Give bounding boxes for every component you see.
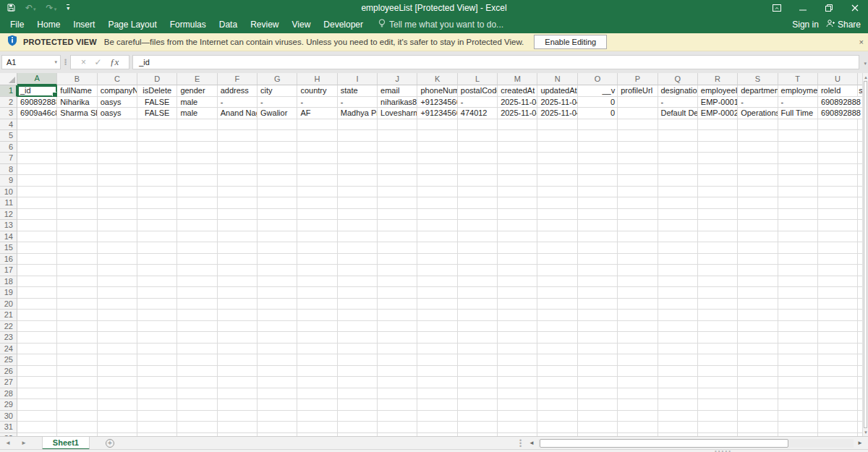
cell-M2[interactable]: 2025-11-04 bbox=[498, 97, 537, 108]
cell-B16[interactable] bbox=[57, 254, 97, 265]
cell-J13[interactable] bbox=[378, 220, 417, 231]
cell-J29[interactable] bbox=[378, 399, 417, 411]
cell-I23[interactable] bbox=[338, 332, 378, 344]
horizontal-scrollbar-thumb[interactable] bbox=[540, 439, 788, 448]
cell-A25[interactable] bbox=[17, 354, 57, 366]
cell-P12[interactable] bbox=[618, 209, 658, 221]
cell-U26[interactable] bbox=[818, 366, 858, 378]
cell-M10[interactable] bbox=[498, 187, 537, 198]
cell-K31[interactable] bbox=[417, 422, 457, 433]
cell-I31[interactable] bbox=[338, 422, 378, 433]
cell-B8[interactable] bbox=[57, 164, 97, 176]
cell-T29[interactable] bbox=[778, 399, 818, 411]
cell-K6[interactable] bbox=[417, 142, 457, 153]
cell-T13[interactable] bbox=[778, 220, 818, 231]
cell-N25[interactable] bbox=[537, 354, 577, 366]
cell-Q4[interactable] bbox=[658, 119, 698, 131]
cell-K23[interactable] bbox=[417, 332, 457, 344]
cell-C19[interactable] bbox=[98, 287, 137, 299]
cell-T9[interactable] bbox=[778, 175, 818, 187]
customize-qat-icon[interactable]: ▾ bbox=[67, 4, 69, 12]
cell-P18[interactable] bbox=[618, 276, 658, 288]
cell-P27[interactable] bbox=[618, 377, 658, 388]
cell-F24[interactable] bbox=[218, 344, 258, 355]
row-header-11[interactable]: 11 bbox=[0, 197, 17, 209]
cell-A3[interactable]: 6909a46c8 bbox=[17, 108, 57, 119]
cell-L13[interactable] bbox=[458, 220, 498, 231]
cell-N19[interactable] bbox=[537, 287, 577, 299]
cell-S19[interactable] bbox=[738, 287, 778, 299]
new-sheet-icon[interactable]: + bbox=[106, 439, 114, 448]
cell-F7[interactable] bbox=[218, 153, 258, 164]
row-header-3[interactable]: 3 bbox=[0, 108, 17, 119]
row-header-5[interactable]: 5 bbox=[0, 130, 17, 142]
cell-U25[interactable] bbox=[818, 354, 858, 366]
cell-L2[interactable]: - bbox=[458, 97, 498, 108]
cell-H5[interactable] bbox=[297, 130, 337, 142]
cell-J8[interactable] bbox=[378, 164, 417, 176]
cell-L26[interactable] bbox=[458, 366, 498, 378]
cell-J30[interactable] bbox=[378, 411, 417, 422]
cell-K26[interactable] bbox=[417, 366, 457, 378]
cell-C4[interactable] bbox=[98, 119, 137, 131]
cell-O11[interactable] bbox=[578, 197, 618, 209]
cell-L22[interactable] bbox=[458, 321, 498, 333]
cell-B30[interactable] bbox=[57, 411, 97, 422]
ribbon-display-options-icon[interactable] bbox=[764, 0, 790, 16]
cell-T18[interactable] bbox=[778, 276, 818, 288]
cell-R14[interactable] bbox=[698, 231, 738, 243]
cell-Q10[interactable] bbox=[658, 187, 698, 198]
cell-Q21[interactable] bbox=[658, 310, 698, 321]
cell-B6[interactable] bbox=[57, 142, 97, 153]
cell-H25[interactable] bbox=[297, 354, 337, 366]
cell-E3[interactable]: male bbox=[177, 108, 217, 119]
ribbon-tab-data[interactable]: Data bbox=[213, 16, 244, 33]
cell-U1[interactable]: roleId bbox=[818, 85, 858, 97]
cell-P24[interactable] bbox=[618, 344, 658, 355]
cell-Q18[interactable] bbox=[658, 276, 698, 288]
cell-K9[interactable] bbox=[417, 175, 457, 187]
cell-F27[interactable] bbox=[218, 377, 258, 388]
cell-H27[interactable] bbox=[297, 377, 337, 388]
cell-R7[interactable] bbox=[698, 153, 738, 164]
cell-E18[interactable] bbox=[177, 276, 217, 288]
cell-I11[interactable] bbox=[338, 197, 378, 209]
cell-G9[interactable] bbox=[258, 175, 297, 187]
cell-C12[interactable] bbox=[98, 209, 137, 221]
cell-L29[interactable] bbox=[458, 399, 498, 411]
row-header-15[interactable]: 15 bbox=[0, 242, 17, 254]
cell-H7[interactable] bbox=[297, 153, 337, 164]
row-header-17[interactable]: 17 bbox=[0, 265, 17, 276]
cell-T7[interactable] bbox=[778, 153, 818, 164]
cell-R10[interactable] bbox=[698, 187, 738, 198]
cell-U3[interactable]: 690892888 bbox=[818, 108, 862, 119]
cell-R1[interactable]: employeeId bbox=[698, 85, 738, 97]
cell-P13[interactable] bbox=[618, 220, 658, 231]
cell-C26[interactable] bbox=[98, 366, 137, 378]
cell-U4[interactable] bbox=[818, 119, 858, 131]
chevron-down-icon[interactable]: ▾ bbox=[54, 59, 60, 65]
cell-I25[interactable] bbox=[338, 354, 378, 366]
cell-N11[interactable] bbox=[537, 197, 577, 209]
cell-J27[interactable] bbox=[378, 377, 417, 388]
cell-R3[interactable]: EMP-0002 bbox=[698, 108, 738, 119]
cell-N1[interactable]: updatedAt bbox=[537, 85, 577, 97]
cell-E17[interactable] bbox=[177, 265, 217, 276]
cell-M18[interactable] bbox=[498, 276, 537, 288]
cell-H9[interactable] bbox=[297, 175, 337, 187]
cell-Q16[interactable] bbox=[658, 254, 698, 265]
cell-U24[interactable] bbox=[818, 344, 858, 355]
cell-F29[interactable] bbox=[218, 399, 258, 411]
cell-T17[interactable] bbox=[778, 265, 818, 276]
row-header-18[interactable]: 18 bbox=[0, 276, 17, 288]
cell-Q26[interactable] bbox=[658, 366, 698, 378]
cell-S8[interactable] bbox=[738, 164, 778, 176]
cell-J20[interactable] bbox=[378, 299, 417, 310]
cell-P22[interactable] bbox=[618, 321, 658, 333]
column-header-G[interactable]: G bbox=[258, 73, 297, 85]
cell-K22[interactable] bbox=[417, 321, 457, 333]
cell-H17[interactable] bbox=[297, 265, 337, 276]
cell-B10[interactable] bbox=[57, 187, 97, 198]
cell-H28[interactable] bbox=[297, 388, 337, 400]
cell-L8[interactable] bbox=[458, 164, 498, 176]
